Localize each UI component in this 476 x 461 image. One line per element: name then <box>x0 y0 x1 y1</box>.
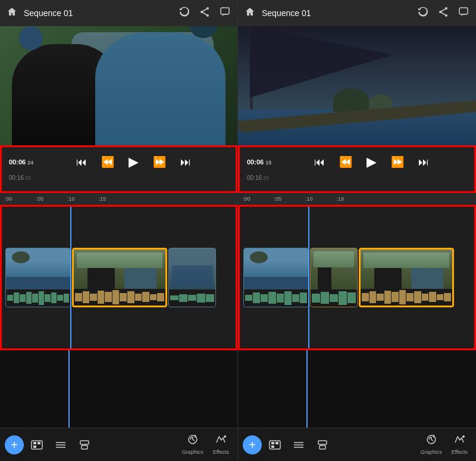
right-stack-icon-btn[interactable] <box>312 434 333 456</box>
left-timeline <box>0 205 237 350</box>
left-graphics-label: Graphics <box>182 449 203 455</box>
right-graphics-btn[interactable]: Graphics <box>417 432 446 457</box>
svg-rect-23 <box>271 442 274 444</box>
right-transport-controls: ⏮ ⏪ ▶ ⏩ ⏭ <box>276 151 467 173</box>
svg-rect-6 <box>32 441 42 449</box>
right-playhead-ext <box>306 350 308 428</box>
left-play-btn[interactable]: ▶ <box>126 153 141 171</box>
right-ruler: :00 :05 :10 :19 <box>238 193 476 205</box>
left-comment-icon[interactable] <box>220 7 230 20</box>
right-preview-image <box>238 26 476 145</box>
right-ruler-mark-0: :00 <box>243 196 250 202</box>
svg-rect-24 <box>275 442 278 444</box>
svg-rect-21 <box>459 8 468 14</box>
main-container: Sequence 01 <box>0 0 476 461</box>
right-home-icon[interactable] <box>245 7 255 19</box>
left-ff-btn[interactable]: ⏩ <box>151 154 168 170</box>
right-skip-start-btn[interactable]: ⏮ <box>312 155 327 170</box>
right-clip-2[interactable] <box>310 248 358 307</box>
right-preview <box>238 26 476 145</box>
right-clips <box>240 207 474 348</box>
left-ruler-mark-3: :15 <box>99 196 107 202</box>
right-timeline <box>238 205 476 350</box>
left-effects-icon <box>214 434 227 448</box>
svg-rect-14 <box>82 446 87 449</box>
right-effects-label: Effects <box>452 449 468 455</box>
left-clip-1[interactable] <box>5 248 71 307</box>
left-ruler-mark-2: :10 <box>67 196 75 202</box>
left-toolbar-right: Graphics Effects <box>178 432 233 457</box>
left-add-button[interactable]: + <box>5 435 24 454</box>
right-clip-1[interactable] <box>243 248 309 307</box>
svg-rect-7 <box>33 442 36 444</box>
right-ff-btn[interactable]: ⏩ <box>389 154 406 170</box>
svg-line-3 <box>202 8 208 12</box>
left-effects-label: Effects <box>213 449 229 455</box>
left-ruler-mark-0: :00 <box>5 196 12 202</box>
right-playhead <box>308 207 309 348</box>
left-preview <box>0 26 237 145</box>
right-bottom <box>238 350 476 428</box>
left-header: Sequence 01 <box>0 0 237 26</box>
left-effects-btn[interactable]: Effects <box>209 432 233 457</box>
svg-point-31 <box>462 435 465 438</box>
left-skip-end-btn[interactable]: ⏭ <box>178 155 193 170</box>
right-share-icon[interactable] <box>438 7 449 20</box>
svg-rect-22 <box>270 441 280 449</box>
right-transport: 00:06 15 ⏮ ⏪ ▶ ⏩ ⏭ 00:16 20 <box>238 145 476 193</box>
panel-right: Sequence 01 <box>238 0 476 461</box>
left-header-icons <box>179 7 230 20</box>
svg-line-4 <box>202 12 208 15</box>
left-graphics-icon <box>186 434 199 448</box>
left-timecode-row: 00:06 24 ⏮ ⏪ ▶ ⏩ ⏭ <box>9 151 228 173</box>
left-playhead <box>70 207 71 348</box>
left-rewind-btn[interactable]: ⏪ <box>99 154 117 170</box>
left-graphics-btn[interactable]: Graphics <box>178 432 207 457</box>
panel-left: Sequence 01 <box>0 0 238 461</box>
left-list-icon-btn[interactable] <box>50 434 71 456</box>
left-toolbar-left: + <box>5 434 95 456</box>
right-clip-3[interactable] <box>359 248 454 307</box>
right-play-btn[interactable]: ▶ <box>364 153 379 171</box>
left-stack-icon-btn[interactable] <box>74 434 95 456</box>
svg-rect-9 <box>33 446 36 448</box>
right-timecode2-row: 00:16 20 <box>247 175 467 181</box>
left-transport: 00:06 24 ⏮ ⏪ ▶ ⏩ ⏭ 00:16 20 <box>0 145 237 193</box>
svg-rect-25 <box>271 446 274 448</box>
left-clips <box>2 207 236 348</box>
right-ruler-mark-3: :19 <box>337 196 345 202</box>
right-list-icon-btn[interactable] <box>288 434 309 456</box>
right-effects-btn[interactable]: Effects <box>448 432 471 457</box>
left-share-icon[interactable] <box>199 7 210 20</box>
svg-rect-29 <box>318 441 327 444</box>
svg-rect-5 <box>221 8 229 14</box>
right-toolbar: + <box>238 428 476 461</box>
svg-line-20 <box>440 12 446 15</box>
right-toolbar-right: Graphics Effects <box>417 432 471 457</box>
left-ruler: :00 :05 :10 :15 <box>0 193 237 205</box>
right-clip-icon-btn[interactable] <box>264 434 286 456</box>
left-title: Sequence 01 <box>24 8 172 18</box>
right-skip-end-btn[interactable]: ⏭ <box>416 155 431 170</box>
left-toolbar: + <box>0 428 237 461</box>
right-timecode-primary: 00:06 15 <box>247 158 271 166</box>
left-playhead-ext <box>68 350 70 428</box>
right-add-button[interactable]: + <box>243 435 262 454</box>
left-clip-3[interactable] <box>168 248 216 307</box>
left-home-icon[interactable] <box>7 7 17 19</box>
svg-rect-8 <box>37 442 40 444</box>
svg-rect-13 <box>80 441 89 444</box>
right-rewind-btn[interactable]: ⏪ <box>337 154 355 170</box>
right-undo-icon[interactable] <box>418 7 428 20</box>
right-comment-icon[interactable] <box>458 7 469 20</box>
right-graphics-label: Graphics <box>421 449 442 455</box>
left-skip-start-btn[interactable]: ⏮ <box>74 155 89 170</box>
left-ruler-mark-1: :05 <box>36 196 44 202</box>
left-preview-image <box>0 26 237 145</box>
left-timecode2-row: 00:16 20 <box>9 175 228 181</box>
left-clip-icon-btn[interactable] <box>26 434 48 456</box>
right-ruler-mark-1: :05 <box>274 196 282 202</box>
left-clip-2[interactable] <box>72 248 167 307</box>
left-undo-icon[interactable] <box>179 7 190 20</box>
right-timecode-row: 00:06 15 ⏮ ⏪ ▶ ⏩ ⏭ <box>247 151 467 173</box>
